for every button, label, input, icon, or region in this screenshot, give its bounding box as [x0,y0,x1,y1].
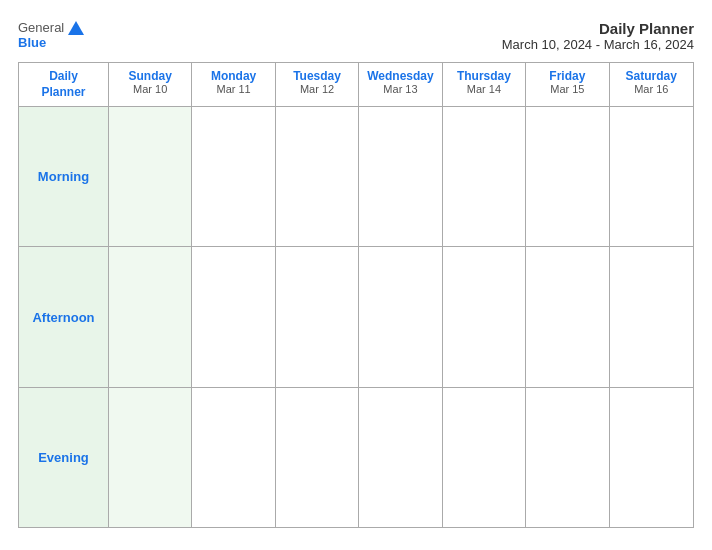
afternoon-sunday[interactable] [109,247,192,386]
header-info: Daily Planner March 10, 2024 - March 16,… [502,20,694,52]
friday-date: Mar 15 [530,83,604,95]
morning-saturday[interactable] [610,107,693,246]
evening-monday[interactable] [192,388,275,527]
calendar-body: Morning Afternoon Evening [19,107,693,527]
sunday-date: Mar 10 [113,83,187,95]
planner-date-range: March 10, 2024 - March 16, 2024 [502,37,694,52]
wednesday-date: Mar 13 [363,83,437,95]
header-friday: Friday Mar 15 [526,63,609,107]
thursday-date: Mar 14 [447,83,521,95]
planner-title: Daily Planner [502,20,694,37]
friday-name: Friday [530,69,604,83]
logo-triangle-icon [68,21,84,35]
saturday-date: Mar 16 [614,83,689,95]
header-tuesday: Tuesday Mar 12 [276,63,359,107]
header-thursday: Thursday Mar 14 [443,63,526,107]
tuesday-name: Tuesday [280,69,354,83]
morning-row: Morning [19,107,693,247]
monday-name: Monday [196,69,270,83]
morning-monday[interactable] [192,107,275,246]
logo: General Blue [18,20,84,50]
evening-row: Evening [19,388,693,527]
planner-page: General Blue Daily Planner March 10, 202… [6,10,706,540]
logo-general: General [18,20,64,35]
morning-friday[interactable] [526,107,609,246]
evening-tuesday[interactable] [276,388,359,527]
header-daily: Daily [49,69,78,85]
calendar-grid: Daily Planner Sunday Mar 10 Monday Mar 1… [18,62,694,528]
monday-date: Mar 11 [196,83,270,95]
evening-friday[interactable] [526,388,609,527]
afternoon-label: Afternoon [19,247,109,386]
tuesday-date: Mar 12 [280,83,354,95]
afternoon-friday[interactable] [526,247,609,386]
afternoon-monday[interactable] [192,247,275,386]
header-planner: Planner [41,85,85,101]
thursday-name: Thursday [447,69,521,83]
afternoon-wednesday[interactable] [359,247,442,386]
morning-sunday[interactable] [109,107,192,246]
header-sunday: Sunday Mar 10 [109,63,192,107]
morning-label: Morning [19,107,109,246]
afternoon-tuesday[interactable] [276,247,359,386]
afternoon-saturday[interactable] [610,247,693,386]
morning-wednesday[interactable] [359,107,442,246]
sunday-name: Sunday [113,69,187,83]
header-saturday: Saturday Mar 16 [610,63,693,107]
wednesday-name: Wednesday [363,69,437,83]
header-wednesday: Wednesday Mar 13 [359,63,442,107]
header: General Blue Daily Planner March 10, 202… [18,20,694,52]
afternoon-row: Afternoon [19,247,693,387]
morning-thursday[interactable] [443,107,526,246]
evening-sunday[interactable] [109,388,192,527]
saturday-name: Saturday [614,69,689,83]
calendar-header-row: Daily Planner Sunday Mar 10 Monday Mar 1… [19,63,693,107]
evening-label: Evening [19,388,109,527]
header-monday: Monday Mar 11 [192,63,275,107]
evening-saturday[interactable] [610,388,693,527]
afternoon-thursday[interactable] [443,247,526,386]
header-label-cell: Daily Planner [19,63,109,107]
morning-tuesday[interactable] [276,107,359,246]
evening-thursday[interactable] [443,388,526,527]
evening-wednesday[interactable] [359,388,442,527]
logo-blue: Blue [18,35,46,50]
